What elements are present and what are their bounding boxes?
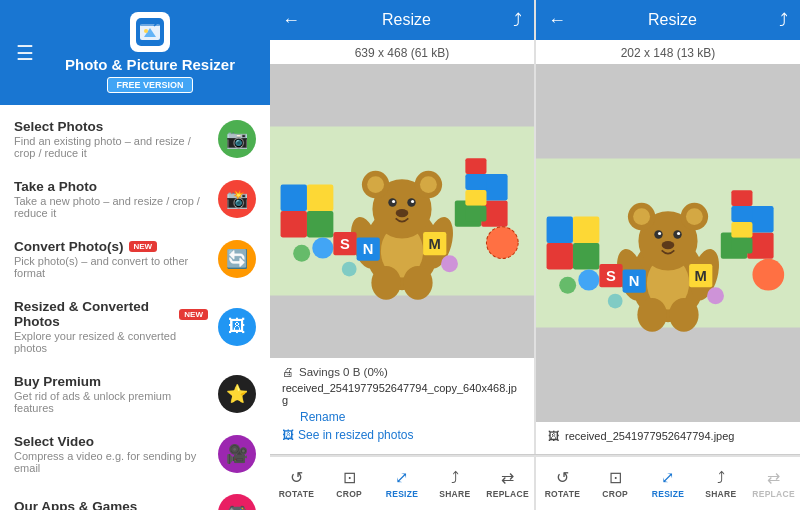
rename-link[interactable]: Rename: [300, 410, 522, 424]
right-back-icon[interactable]: ←: [548, 10, 566, 31]
sidebar-btn-icon-buy-premium: ⭐: [226, 383, 248, 405]
svg-rect-9: [307, 185, 333, 211]
right-toolbar: ↺ ROTATE ⊡ CROP ⤢ RESIZE ⤴ SHARE ⇄ REPLA…: [536, 455, 800, 510]
sidebar-item-select-photos[interactable]: Select Photos Find an existing photo – a…: [0, 109, 270, 169]
toolbar-icon-resize-r: ⤢: [661, 468, 674, 487]
toolbar-btn-share-l[interactable]: ⤴ SHARE: [428, 457, 481, 510]
right-image-container: S N M: [536, 64, 800, 422]
svg-point-19: [312, 237, 333, 258]
image-icon: 🖼: [548, 430, 560, 442]
sidebar-item-title-select-photos: Select Photos: [14, 119, 208, 134]
svg-rect-15: [465, 190, 486, 206]
sidebar-btn-icon-select-photos: 📷: [226, 128, 248, 150]
sidebar-item-subtitle-convert-photos: Pick photo(s) – and convert to other for…: [14, 255, 208, 279]
sidebar-btn-convert-photos[interactable]: 🔄: [218, 240, 256, 278]
toolbar-btn-crop-r[interactable]: ⊡ CROP: [589, 457, 642, 510]
sidebar-item-title-convert-photos: Convert Photo(s)NEW: [14, 239, 208, 254]
toolbar-btn-rotate-l[interactable]: ↺ ROTATE: [270, 457, 323, 510]
sidebar-btn-icon-our-apps: 🎮: [226, 502, 248, 510]
right-panel: ← Resize ⤴ 202 x 148 (13 kB): [536, 0, 800, 454]
sidebar-item-title-buy-premium: Buy Premium: [14, 374, 208, 389]
sidebar-btn-icon-select-video: 🎥: [226, 443, 248, 465]
toolbar-label-resize-l: RESIZE: [386, 489, 419, 499]
sidebar-item-our-apps[interactable]: Our Apps & Games Simplify your life & ha…: [0, 484, 270, 510]
left-share-icon[interactable]: ⤴: [513, 10, 522, 31]
svg-rect-53: [731, 190, 752, 206]
panels: ← Resize ⤴ 639 x 468 (61 kB): [270, 0, 800, 454]
sidebar-btn-our-apps[interactable]: 🎮: [218, 494, 256, 510]
svg-point-70: [677, 232, 680, 235]
main-content: ← Resize ⤴ 639 x 468 (61 kB): [270, 0, 800, 510]
sidebar-btn-select-video[interactable]: 🎥: [218, 435, 256, 473]
toolbar-btn-resize-l[interactable]: ⤢ RESIZE: [376, 457, 429, 510]
new-badge: NEW: [129, 241, 158, 252]
left-panel: ← Resize ⤴ 639 x 468 (61 kB): [270, 0, 534, 454]
sidebar-item-title-resized-converted: Resized & Converted PhotosNEW: [14, 299, 208, 329]
hamburger-icon[interactable]: ☰: [16, 41, 34, 65]
svg-point-75: [669, 298, 699, 332]
sidebar-item-subtitle-buy-premium: Get rid of ads & unlock premium features: [14, 390, 208, 414]
svg-point-74: [637, 298, 667, 332]
printer-icon: 🖨: [282, 366, 294, 378]
see-in-resized-link[interactable]: 🖼 See in resized photos: [282, 428, 413, 442]
svg-point-35: [371, 266, 401, 300]
sidebar-item-text-convert-photos: Convert Photo(s)NEW Pick photo(s) – and …: [14, 239, 208, 279]
toolbar-icon-share-l: ⤴: [451, 469, 459, 487]
sidebar-item-subtitle-select-photos: Find an existing photo – and resize / cr…: [14, 135, 208, 159]
sidebar-item-subtitle-take-photo: Take a new photo – and resize / crop / r…: [14, 195, 208, 219]
svg-rect-46: [547, 243, 573, 269]
svg-rect-48: [573, 243, 599, 269]
sidebar-item-resized-converted[interactable]: Resized & Converted PhotosNEW Explore yo…: [0, 289, 270, 364]
sidebar-item-text-buy-premium: Buy Premium Get rid of ads & unlock prem…: [14, 374, 208, 414]
toolbar-label-replace-l: REPLACE: [486, 489, 529, 499]
sidebar-btn-icon-convert-photos: 🔄: [226, 248, 248, 270]
toolbar-icon-rotate-r: ↺: [556, 468, 569, 487]
left-back-icon[interactable]: ←: [282, 10, 300, 31]
right-panel-header: ← Resize ⤴: [536, 0, 800, 40]
svg-rect-55: [731, 222, 752, 238]
bottom-toolbar: ↺ ROTATE ⊡ CROP ⤢ RESIZE ⤴ SHARE ⇄ REPLA…: [270, 454, 800, 510]
svg-point-31: [411, 200, 414, 203]
toolbar-icon-rotate-l: ↺: [290, 468, 303, 487]
svg-rect-2: [140, 24, 160, 26]
sidebar-btn-buy-premium[interactable]: ⭐: [218, 375, 256, 413]
svg-rect-7: [281, 185, 307, 211]
right-share-icon[interactable]: ⤴: [779, 10, 788, 31]
svg-point-30: [392, 200, 395, 203]
toolbar-btn-resize-r[interactable]: ⤢ RESIZE: [642, 457, 695, 510]
toolbar-label-share-l: SHARE: [439, 489, 470, 499]
svg-point-64: [633, 208, 650, 225]
right-panel-title: Resize: [648, 11, 697, 29]
sidebar-item-subtitle-select-video: Compress a video e.g. for sending by ema…: [14, 450, 208, 474]
svg-point-25: [367, 176, 384, 193]
sidebar-header: ☰ Photo & Picture Resizer FREE VERSION: [0, 0, 270, 105]
svg-rect-14: [465, 174, 486, 190]
toolbar-btn-replace-r: ⇄ REPLACE: [747, 457, 800, 510]
svg-point-57: [752, 259, 784, 291]
svg-point-20: [293, 245, 310, 262]
left-panel-info: 🖨 Savings 0 B (0%) received_254197795264…: [270, 358, 534, 454]
sidebar-btn-select-photos[interactable]: 📷: [218, 120, 256, 158]
sidebar-item-buy-premium[interactable]: Buy Premium Get rid of ads & unlock prem…: [0, 364, 270, 424]
toolbar-btn-share-r[interactable]: ⤴ SHARE: [694, 457, 747, 510]
toolbar-btn-crop-l[interactable]: ⊡ CROP: [323, 457, 376, 510]
svg-text:S: S: [606, 268, 616, 284]
sidebar-item-title-our-apps: Our Apps & Games: [14, 499, 208, 510]
eye-icon: 🖼: [282, 428, 294, 442]
sidebar-btn-take-photo[interactable]: 📸: [218, 180, 256, 218]
right-image-info: 202 x 148 (13 kB): [536, 40, 800, 64]
sidebar-btn-resized-converted[interactable]: 🖼: [218, 308, 256, 346]
sidebar-item-select-video[interactable]: Select Video Compress a video e.g. for s…: [0, 424, 270, 484]
svg-point-69: [658, 232, 661, 235]
sidebar-item-convert-photos[interactable]: Convert Photo(s)NEW Pick photo(s) – and …: [0, 229, 270, 289]
toolbar-btn-rotate-r[interactable]: ↺ ROTATE: [536, 457, 589, 510]
sidebar-item-text-resized-converted: Resized & Converted PhotosNEW Explore yo…: [14, 299, 208, 354]
savings-row: 🖨 Savings 0 B (0%): [282, 366, 522, 378]
sidebar-item-take-photo[interactable]: Take a Photo Take a new photo – and resi…: [0, 169, 270, 229]
toolbar-label-rotate-r: ROTATE: [545, 489, 580, 499]
toolbar-btn-replace-l[interactable]: ⇄ REPLACE: [481, 457, 534, 510]
toolbar-label-replace-r: REPLACE: [752, 489, 795, 499]
svg-point-32: [396, 209, 409, 217]
svg-point-44: [342, 262, 357, 277]
svg-rect-54: [731, 206, 752, 222]
